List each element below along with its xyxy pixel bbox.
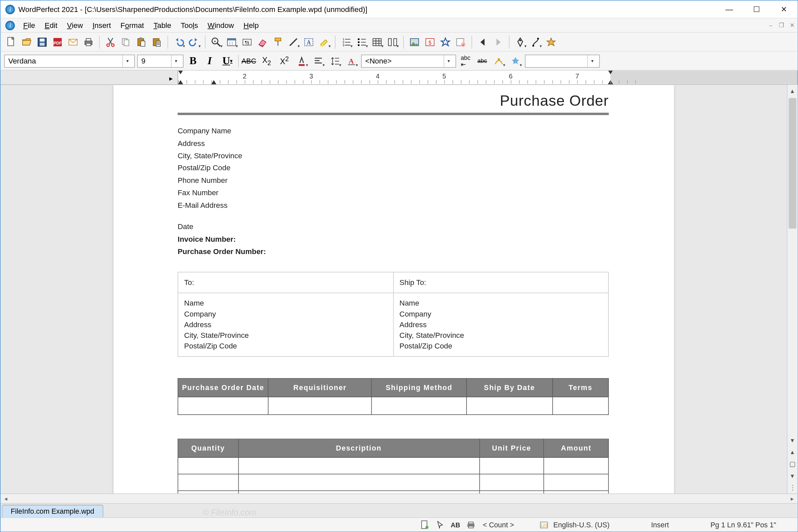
status-lang-icon[interactable]: 123 xyxy=(538,519,550,530)
status-cursor-icon[interactable] xyxy=(434,519,446,530)
minimize-button[interactable]: — xyxy=(716,1,743,18)
company-line[interactable]: Company Name xyxy=(177,126,609,137)
prev-style-button[interactable]: abc⇤ xyxy=(458,54,473,68)
paste-button[interactable] xyxy=(134,35,149,49)
font-name-dropdown-icon[interactable]: ▾ xyxy=(122,55,132,67)
close-button[interactable]: ✕ xyxy=(770,1,797,18)
status-ab-icon[interactable]: AB xyxy=(450,519,461,530)
status-language[interactable]: English-U.S. (US) xyxy=(553,520,609,529)
zoom-button[interactable]: +▾ xyxy=(209,35,224,49)
date-button[interactable]: ▾ xyxy=(225,35,239,49)
mdi-restore-button[interactable]: ❐ xyxy=(776,20,787,31)
status-doc-icon[interactable] xyxy=(419,519,431,530)
po-details-table[interactable]: Purchase Order Date Requisitioner Shippi… xyxy=(177,378,609,415)
to-cell[interactable]: Name Company Address City, State/Provinc… xyxy=(178,293,393,357)
tab-stop-icon[interactable]: ▸ xyxy=(169,74,173,82)
bold-button[interactable]: B xyxy=(186,54,200,68)
browse-object-icon[interactable]: ▢ xyxy=(787,458,797,470)
subscript-button[interactable]: X2 xyxy=(259,54,274,68)
line-spacing-button[interactable]: ▾ xyxy=(328,54,342,68)
numbering-button[interactable]: 123▾ xyxy=(339,35,354,49)
menu-edit[interactable]: Edit xyxy=(40,18,62,32)
spell-button[interactable] xyxy=(438,35,453,49)
pdf-button[interactable]: PDF xyxy=(51,35,65,49)
back-button[interactable] xyxy=(476,35,490,49)
vertical-scrollbar[interactable]: ▴ ▾ ▴ ▢ ▾ ⋮ xyxy=(787,85,797,493)
table-quick-button[interactable]: ▾ xyxy=(370,35,384,49)
perfectexpert-button[interactable]: ▾ xyxy=(513,35,527,49)
undo-button[interactable]: ▾ xyxy=(172,35,186,49)
save-button[interactable] xyxy=(35,35,49,49)
doc-title[interactable]: Purchase Order xyxy=(177,92,609,113)
highlighter-button[interactable]: ▾ xyxy=(317,35,331,49)
document-tab[interactable]: FileInfo.com Example.wpd xyxy=(2,505,103,517)
redo-button[interactable]: ▾ xyxy=(187,35,202,49)
align-button[interactable]: ▾ xyxy=(311,54,325,68)
open-button[interactable] xyxy=(20,35,34,49)
status-print-icon[interactable] xyxy=(465,519,477,530)
status-count[interactable]: < Count > xyxy=(483,520,514,529)
next-style-button[interactable]: abc xyxy=(475,54,490,68)
split-icon[interactable]: ⋮ xyxy=(787,481,797,493)
font-size-input[interactable] xyxy=(138,57,171,65)
forward-button[interactable] xyxy=(491,35,506,49)
line-button[interactable]: ▾ xyxy=(286,35,301,49)
mail-button[interactable] xyxy=(66,35,80,49)
cut-button[interactable] xyxy=(103,35,118,49)
scroll-up-icon[interactable]: ▴ xyxy=(787,85,797,97)
to-header[interactable]: To: xyxy=(178,272,393,293)
font-name-combo[interactable]: ▾ xyxy=(4,54,135,67)
font-name-input[interactable] xyxy=(5,57,122,65)
scroll-down-icon[interactable]: ▾ xyxy=(787,434,797,446)
print-button[interactable] xyxy=(81,35,96,49)
document-scroll[interactable]: Purchase Order Company Name Address City… xyxy=(1,85,787,493)
favorite-button[interactable] xyxy=(544,35,558,49)
next-page-icon[interactable]: ▾ xyxy=(787,470,797,482)
image-button[interactable] xyxy=(407,35,422,49)
hscroll-right-icon[interactable]: ▸ xyxy=(787,495,797,502)
menu-window[interactable]: Window xyxy=(203,18,239,32)
menu-format[interactable]: Format xyxy=(116,18,149,32)
new-button[interactable] xyxy=(4,35,19,49)
format-painter-button[interactable] xyxy=(271,35,285,49)
grammar-button[interactable]: ✓ xyxy=(454,35,468,49)
horizontal-scrollbar[interactable]: ◂ ▸ xyxy=(1,493,798,503)
superscript-button[interactable]: X2 xyxy=(277,54,292,68)
extra-combo[interactable]: ▾ xyxy=(525,54,600,67)
maximize-button[interactable]: ☐ xyxy=(743,1,770,18)
paste-special-button[interactable] xyxy=(150,35,164,49)
font-color-button[interactable]: ▾ xyxy=(294,54,309,68)
ruler[interactable]: ▸ 2 3 4 5 6 7 xyxy=(1,71,798,85)
shipto-header[interactable]: Ship To: xyxy=(393,272,608,293)
style-input[interactable] xyxy=(362,57,443,65)
address-table[interactable]: To: Ship To: Name Company Address City, … xyxy=(177,272,609,357)
mdi-minimize-button[interactable]: – xyxy=(765,20,776,31)
style-dropdown-icon[interactable]: ▾ xyxy=(443,55,453,67)
scroll-thumb[interactable] xyxy=(789,98,796,229)
style-combo[interactable]: ▾ xyxy=(361,54,456,67)
items-table[interactable]: Quantity Description Unit Price Amount S… xyxy=(177,439,609,493)
menu-view[interactable]: View xyxy=(62,18,88,32)
columns-button[interactable]: ▾ xyxy=(385,35,400,49)
copy-button[interactable] xyxy=(119,35,133,49)
quickfonts-button[interactable]: ▾ xyxy=(492,54,506,68)
menu-help[interactable]: Help xyxy=(239,18,264,32)
hscroll-left-icon[interactable]: ◂ xyxy=(1,495,11,502)
status-insert-mode[interactable]: Insert xyxy=(651,520,669,529)
strikethrough-button[interactable]: ABC xyxy=(241,54,256,68)
font-size-combo[interactable]: ▾ xyxy=(137,54,184,67)
underline-button[interactable]: U▾ xyxy=(219,54,236,68)
italic-button[interactable]: I xyxy=(203,54,217,68)
menu-file[interactable]: File xyxy=(18,18,40,32)
bullets-button[interactable]: ▾ xyxy=(355,35,369,49)
text-box-button[interactable]: A xyxy=(302,35,316,49)
macro-button[interactable]: ▾ xyxy=(529,35,543,49)
menu-insert[interactable]: Insert xyxy=(88,18,116,32)
extra-input[interactable] xyxy=(526,57,588,65)
shipto-cell[interactable]: Name Company Address City, State/Provinc… xyxy=(393,293,608,357)
spell-check-button[interactable]: $ xyxy=(423,35,437,49)
menu-tools[interactable]: Tools xyxy=(176,18,203,32)
text-effects-button[interactable]: A▾ xyxy=(344,54,359,68)
ruler-scale[interactable]: 2 3 4 5 6 7 xyxy=(177,71,798,84)
reveal-codes-button[interactable]: ¶§ xyxy=(240,35,254,49)
